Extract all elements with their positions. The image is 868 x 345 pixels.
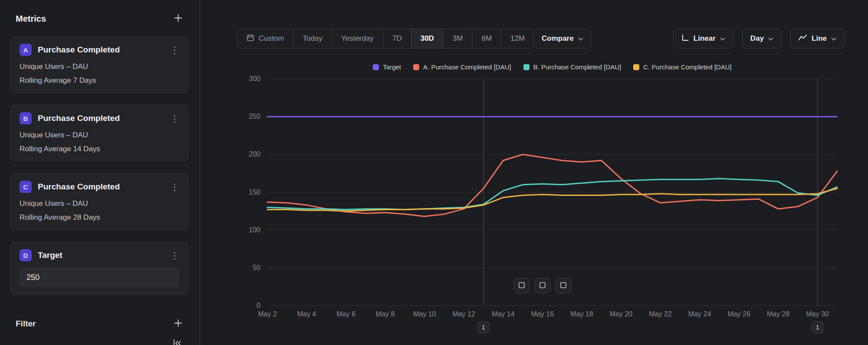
- series-line-1[interactable]: [267, 154, 837, 216]
- chart-bottom-button-1[interactable]: [514, 278, 529, 293]
- metric-transform: Rolling Average 28 Days: [20, 213, 179, 222]
- target-card[interactable]: D Target ⋮: [10, 242, 188, 295]
- legend-item-target[interactable]: Target: [373, 63, 401, 71]
- legend-label: C. Purchase Completed [DAU]: [643, 63, 731, 71]
- metric-transform: Rolling Average 14 Days: [20, 144, 179, 154]
- y-tick-label: 300: [249, 75, 260, 82]
- target-title: Target: [38, 251, 62, 260]
- y-tick-label: 0: [256, 302, 260, 309]
- x-tick-label: May 30: [806, 310, 829, 318]
- chart-bottom-button-3[interactable]: [556, 278, 571, 293]
- x-tick-label: May 8: [376, 310, 395, 318]
- sidebar-title: Metrics: [16, 14, 46, 24]
- range-label: Custom: [259, 34, 284, 43]
- add-metric-button[interactable]: [173, 13, 183, 24]
- x-tick-label: May 24: [688, 310, 711, 318]
- metric-badge-a: A: [20, 44, 32, 56]
- range-label: Today: [303, 34, 322, 43]
- plus-icon: [174, 14, 182, 23]
- calendar-icon: [247, 34, 254, 44]
- legend-swatch: [523, 64, 529, 70]
- scale-selector-button[interactable]: Linear: [673, 29, 733, 49]
- metric-menu-button[interactable]: ⋮: [170, 114, 179, 123]
- legend-swatch: [413, 64, 419, 70]
- legend-label: Target: [383, 63, 401, 71]
- metric-card-b[interactable]: B Purchase Completed ⋮ Unique Users – DA…: [10, 105, 188, 161]
- metric-badge-b: B: [20, 112, 32, 124]
- range-label: Yesterday: [341, 34, 374, 43]
- x-tick-label: May 22: [649, 310, 672, 318]
- annotation-marker[interactable]: 1: [478, 322, 489, 333]
- y-tick-label: 100: [249, 226, 260, 234]
- x-tick-label: May 18: [570, 310, 593, 318]
- annotation-marker[interactable]: 1: [812, 322, 823, 333]
- y-tick-label: 50: [253, 264, 260, 271]
- y-tick-label: 150: [249, 189, 260, 196]
- x-tick-label: May 16: [531, 310, 554, 318]
- x-tick-label: May 6: [336, 310, 355, 318]
- chevron-down-icon: [578, 34, 583, 43]
- y-tick-label: 200: [249, 150, 260, 158]
- metric-card-c[interactable]: C Purchase Completed ⋮ Unique Users – DA…: [10, 173, 188, 230]
- plus-icon: [174, 319, 182, 329]
- metric-menu-button[interactable]: ⋮: [170, 182, 179, 192]
- metric-measure: Unique Users – DAU: [20, 199, 179, 208]
- range-label: 12M: [510, 34, 525, 43]
- chevron-down-icon: [720, 34, 725, 43]
- chart-bottom-toolbar: [514, 278, 571, 293]
- target-menu-button[interactable]: ⋮: [170, 251, 179, 260]
- date-range-group: Custom Today Yesterday 7D 30D 3M 6M 12M: [237, 29, 534, 49]
- target-value-input[interactable]: [20, 267, 179, 287]
- chart-panel: Custom Today Yesterday 7D 30D 3M 6M 12M …: [200, 0, 868, 345]
- add-filter-button[interactable]: [173, 318, 183, 329]
- range-12m-button[interactable]: 12M: [501, 29, 534, 48]
- range-today-button[interactable]: Today: [293, 29, 332, 48]
- chart-type-selector-button[interactable]: Line: [790, 29, 845, 49]
- metrics-sidebar: Metrics A Purchase Completed ⋮ Unique Us…: [0, 0, 200, 345]
- metric-title: Purchase Completed: [38, 182, 120, 192]
- legend-item-a[interactable]: A. Purchase Completed [DAU]: [413, 63, 511, 71]
- x-tick-label: May 2: [258, 310, 277, 318]
- y-tick-label: 250: [249, 113, 260, 120]
- x-tick-label: May 26: [727, 310, 750, 318]
- legend-swatch: [633, 64, 639, 70]
- svg-text:1: 1: [816, 323, 819, 331]
- x-tick-label: May 20: [610, 310, 633, 318]
- metric-menu-button[interactable]: ⋮: [170, 46, 179, 55]
- compare-button[interactable]: Compare: [533, 29, 592, 49]
- range-label: 7D: [392, 34, 402, 43]
- range-3m-button[interactable]: 3M: [443, 29, 472, 48]
- metric-badge-c: C: [20, 181, 32, 193]
- range-30d-button[interactable]: 30D: [411, 29, 443, 48]
- range-label: 3M: [453, 34, 463, 43]
- linear-scale-icon: [681, 34, 689, 44]
- panel-icon: [560, 282, 567, 290]
- x-tick-label: May 12: [453, 310, 476, 318]
- line-chart-icon: [799, 34, 807, 43]
- collapse-sidebar-button[interactable]: [171, 337, 183, 345]
- panel-icon: [518, 282, 525, 290]
- range-6m-button[interactable]: 6M: [472, 29, 501, 48]
- metric-measure: Unique Users – DAU: [20, 62, 179, 72]
- chart-legend: Target A. Purchase Completed [DAU] B. Pu…: [267, 63, 837, 71]
- interval-selector-button[interactable]: Day: [742, 29, 782, 49]
- collapse-left-icon: [172, 338, 182, 345]
- range-7d-button[interactable]: 7D: [383, 29, 411, 48]
- x-tick-label: May 4: [297, 310, 316, 318]
- chart-canvas[interactable]: 050100150200250300May 2May 4May 6May 8Ma…: [200, 61, 868, 345]
- x-tick-label: May 10: [413, 310, 436, 318]
- legend-item-b[interactable]: B. Purchase Completed [DAU]: [523, 63, 621, 71]
- legend-item-c[interactable]: C. Purchase Completed [DAU]: [633, 63, 731, 71]
- range-label: 30D: [421, 34, 434, 43]
- x-tick-label: May 14: [492, 310, 515, 318]
- chart-type-label: Line: [812, 34, 827, 43]
- metric-card-a[interactable]: A Purchase Completed ⋮ Unique Users – DA…: [10, 36, 188, 93]
- scale-label: Linear: [694, 34, 716, 43]
- range-yesterday-button[interactable]: Yesterday: [332, 29, 383, 48]
- chart-bottom-button-2[interactable]: [535, 278, 550, 293]
- interval-label: Day: [750, 34, 764, 43]
- range-custom-button[interactable]: Custom: [237, 29, 293, 48]
- legend-label: A. Purchase Completed [DAU]: [423, 63, 511, 71]
- chevron-down-icon: [768, 34, 773, 43]
- metric-measure: Unique Users – DAU: [20, 130, 179, 140]
